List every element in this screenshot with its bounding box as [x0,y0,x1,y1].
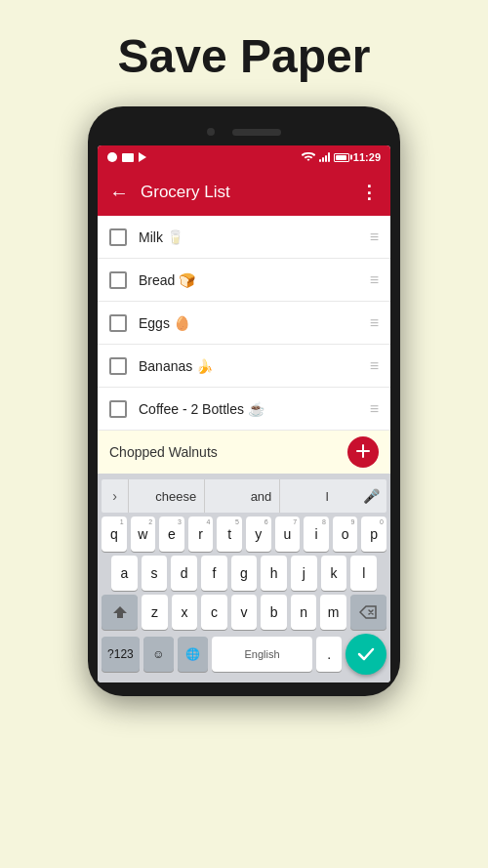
editing-item-row[interactable]: Chopped Walnuts [98,431,390,474]
drag-handle-4[interactable]: ≡ [370,358,379,374]
overflow-menu-button[interactable]: ⋮ [360,182,379,203]
phone-camera [207,128,215,136]
key-z[interactable]: z [142,595,168,630]
grocery-list: Milk 🥛 ≡ Bread 🍞 ≡ Eggs 🥚 ≡ Bananas 🍌 ≡ [98,216,390,474]
item-checkbox-2[interactable] [109,271,127,289]
list-item: Milk 🥛 ≡ [98,216,390,259]
keyboard-bottom-row: ?123 ☺ 🌐 English . [102,634,386,675]
drag-handle-5[interactable]: ≡ [370,401,379,417]
item-checkbox-1[interactable] [109,228,127,246]
page-headline: Save Paper [118,29,371,83]
key-s[interactable]: s [142,556,168,591]
key-m[interactable]: m [320,595,346,630]
list-item: Bananas 🍌 ≡ [98,345,390,388]
status-play-icon [139,152,146,162]
suggestion-words: cheese and l [129,479,355,513]
key-y[interactable]: y6 [246,517,271,552]
item-checkbox-5[interactable] [109,400,127,418]
item-checkbox-3[interactable] [109,314,127,332]
checkmark-icon [357,647,375,661]
key-h[interactable]: h [261,556,287,591]
item-text-1: Milk 🥛 [139,229,370,245]
key-j[interactable]: j [291,556,317,591]
key-i[interactable]: i8 [304,517,329,552]
item-text-3: Eggs 🥚 [139,315,370,331]
item-text-5: Coffee - 2 Bottles ☕ [139,401,370,417]
key-l[interactable]: l [350,556,377,591]
list-item: Eggs 🥚 ≡ [98,302,390,345]
emoji-key[interactable]: ☺ [143,637,174,672]
enter-key[interactable] [346,634,386,675]
signal-bars-icon [319,152,330,162]
keyboard-row-1: q1 w2 e3 r4 t5 y6 u7 i8 o9 p0 [102,517,386,552]
key-f[interactable]: f [201,556,227,591]
drag-handle-2[interactable]: ≡ [370,272,379,288]
status-rect-icon [122,153,134,162]
space-key[interactable]: English [212,637,312,672]
suggestion-word-1[interactable]: cheese [147,479,205,513]
status-left-icons [107,152,146,162]
key-b[interactable]: b [261,595,287,630]
key-k[interactable]: k [321,556,347,591]
key-v[interactable]: v [231,595,258,630]
phone-device: 11:29 ← Grocery List ⋮ Milk 🥛 ≡ Bread 🍞 … [88,106,400,696]
key-a[interactable]: a [111,556,138,591]
back-button[interactable]: ← [109,182,129,204]
app-bar-title: Grocery List [141,183,348,202]
key-n[interactable]: n [291,595,317,630]
globe-key[interactable]: 🌐 [178,637,208,672]
list-item: Coffee - 2 Bottles ☕ ≡ [98,388,390,431]
key-o[interactable]: o9 [333,517,358,552]
phone-speaker [232,129,281,136]
keyboard-row-2: a s d f g h j k l [102,556,386,591]
keyboard: › cheese and l 🎤 q1 w2 e3 r4 t5 y6 u7 i8… [98,474,390,682]
key-p[interactable]: p0 [361,517,386,552]
item-text-2: Bread 🍞 [139,272,370,288]
period-key[interactable]: . [316,637,342,672]
keyboard-suggestion-bar: › cheese and l 🎤 [102,479,386,513]
battery-icon [334,153,349,162]
add-item-button[interactable] [347,436,379,468]
suggestion-word-3[interactable]: l [318,479,337,513]
key-c[interactable]: c [201,595,227,630]
key-g[interactable]: g [231,556,258,591]
keyboard-row-3: z x c v b n m [102,595,386,630]
delete-key[interactable] [350,595,386,630]
suggestion-word-2[interactable]: and [243,479,281,513]
add-icon [355,443,371,462]
wifi-icon [302,152,315,163]
nums-key[interactable]: ?123 [102,637,140,672]
app-bar: ← Grocery List ⋮ [98,169,390,216]
drag-handle-3[interactable]: ≡ [370,315,379,331]
list-item: Bread 🍞 ≡ [98,259,390,302]
key-e[interactable]: e3 [159,517,184,552]
shift-key[interactable] [102,595,138,630]
phone-top-bar [98,118,390,145]
item-text-4: Bananas 🍌 [139,358,370,374]
drag-handle-1[interactable]: ≡ [370,229,379,245]
status-time: 11:29 [353,151,381,163]
microphone-button[interactable]: 🎤 [355,479,386,513]
status-right-icons: 11:29 [302,151,381,163]
key-x[interactable]: x [172,595,198,630]
key-r[interactable]: r4 [188,517,214,552]
key-d[interactable]: d [171,556,197,591]
status-bar: 11:29 [98,145,390,169]
phone-screen: 11:29 ← Grocery List ⋮ Milk 🥛 ≡ Bread 🍞 … [98,145,390,682]
key-q[interactable]: q1 [102,517,127,552]
status-circle-icon [107,152,117,162]
item-checkbox-4[interactable] [109,357,127,375]
key-u[interactable]: u7 [275,517,301,552]
suggestion-expand-button[interactable]: › [102,479,129,513]
key-w[interactable]: w2 [131,517,156,552]
editing-item-text: Chopped Walnuts [109,444,347,460]
key-t[interactable]: t5 [217,517,242,552]
